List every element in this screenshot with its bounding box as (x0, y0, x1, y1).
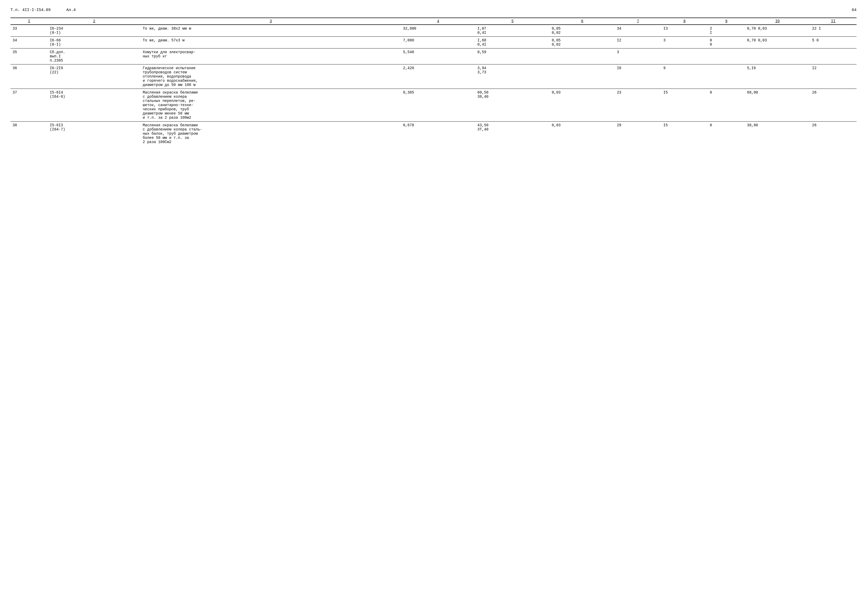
row-col9: 0 (708, 122, 745, 146)
row-code: I5-6I3 (I64-7) (48, 122, 141, 146)
row-quantity: 0,385 (401, 89, 475, 122)
row-col6: 0,03 (550, 89, 615, 122)
col-header-3: 3 (141, 18, 401, 25)
row-col8: I3 (661, 25, 708, 37)
row-col10: 0,70 0,03 (745, 37, 810, 49)
col-header-4: 4 (401, 18, 475, 25)
row-description: То же, диам. 57х3 м (141, 37, 401, 49)
row-col9 (708, 64, 745, 89)
row-col7: I0 (615, 64, 661, 89)
table-row: 36I6-2I9 (22)Гидравлическое испытание тр… (11, 64, 856, 89)
row-col11: 22 I (810, 25, 856, 37)
row-number: 33 (11, 25, 48, 37)
row-quantity: 5,540 (401, 49, 475, 64)
page-number: 64 (852, 8, 856, 12)
row-number: 34 (11, 37, 48, 49)
row-number: 37 (11, 89, 48, 122)
row-description: Гидравлическое испытание трубопроводов с… (141, 64, 401, 89)
col-header-11: II (810, 18, 856, 25)
row-col7: 34 (615, 25, 661, 37)
row-col9: 0 0 (708, 37, 745, 49)
table-header-row: I 2 3 4 5 6 7 8 9 IO II (11, 18, 856, 25)
row-code: I6-234 (8-I) (48, 25, 141, 37)
table-row: 37I5-6I4 (I64-8)Масляная окраска белилам… (11, 89, 856, 122)
page-header: Т.п. 4II-I-I54.89 Ал.4 64 (11, 8, 856, 12)
row-description: Масляная окраска белилами с добавлением … (141, 89, 401, 122)
sheet-label: Ал.4 (66, 8, 76, 12)
col-header-6: 6 (550, 18, 615, 25)
row-col10: 5,I6 (745, 64, 810, 89)
row-col8: I5 (661, 89, 708, 122)
row-col7: 29 (615, 122, 661, 146)
row-col6 (550, 49, 615, 64)
main-table: I 2 3 4 5 6 7 8 9 IO II 33I6-234 (8-I)То… (11, 17, 856, 146)
row-quantity: 0,678 (401, 122, 475, 146)
table-row: 33I6-234 (8-I)То же, диам. 38х2 мм м32,0… (11, 25, 856, 37)
row-col10 (745, 49, 810, 64)
row-col9 (708, 49, 745, 64)
col-header-9: 9 (708, 18, 745, 25)
table-row: 34I6-66 (8-I)То же, диам. 57х3 м7,000I,6… (11, 37, 856, 49)
row-col10: 38,80 (745, 122, 810, 146)
row-col8: I5 (661, 122, 708, 146)
row-col10: 68,00 (745, 89, 810, 122)
row-code: I6-2I9 (22) (48, 64, 141, 89)
row-col11: 26 (810, 122, 856, 146)
row-col8: 9 (661, 64, 708, 89)
row-unit: 100м2 (180, 116, 191, 120)
row-col7: I2 (615, 37, 661, 49)
row-code: I5-6I4 (I64-8) (48, 89, 141, 122)
row-col9: 2 I (708, 25, 745, 37)
row-unit: м (189, 27, 191, 31)
row-col9: 0 (708, 89, 745, 122)
col-header-7: 7 (615, 18, 661, 25)
row-col5: 3,94 3,73 (475, 64, 550, 89)
row-unit: 100См2 (158, 140, 171, 144)
row-quantity: 32,000 (401, 25, 475, 37)
row-col6: 0,05 0,02 (550, 37, 615, 49)
row-col8: 3 (661, 37, 708, 49)
col-header-10: IO (745, 18, 810, 25)
row-code: Сб.доп. вып.I п.2305 (48, 49, 141, 64)
row-number: 35 (11, 49, 48, 64)
row-col7: 23 (615, 89, 661, 122)
row-quantity: 2,420 (401, 64, 475, 89)
row-col11 (810, 49, 856, 64)
row-col8 (661, 49, 708, 64)
row-description: Масляная окраска белилами с добавлением … (141, 122, 401, 146)
table-row: 38I5-6I3 (I64-7)Масляная окраска белилам… (11, 122, 856, 146)
row-col5: I,68 0,4I (475, 37, 550, 49)
row-unit: кг (162, 54, 167, 58)
row-col5: 43,50 3T,40 (475, 122, 550, 146)
col-header-8: 8 (661, 18, 708, 25)
row-unit: 100 м (184, 83, 195, 87)
table-body: 33I6-234 (8-I)То же, диам. 38х2 мм м32,0… (11, 25, 856, 146)
row-code: I6-66 (8-I) (48, 37, 141, 49)
row-description: То же, диам. 38х2 мм м (141, 25, 401, 37)
row-col11: 26 (810, 89, 856, 122)
row-col5: I,07 0,4I (475, 25, 550, 37)
row-unit: м (183, 38, 184, 42)
col-header-1: I (11, 18, 48, 25)
col-header-5: 5 (475, 18, 550, 25)
row-col6: 0,05 0,02 (550, 25, 615, 37)
row-number: 38 (11, 122, 48, 146)
row-col11: I2 (810, 64, 856, 89)
row-description: Хомутки для электросвар- ных труб кг (141, 49, 401, 64)
document-id: Т.п. 4II-I-I54.89 (11, 8, 50, 12)
row-quantity: 7,000 (401, 37, 475, 49)
table-row: 35Сб.доп. вып.I п.2305Хомутки для электр… (11, 49, 856, 64)
row-col6: 0,03 (550, 122, 615, 146)
row-col5: 60,50 38,40 (475, 89, 550, 122)
row-col6 (550, 64, 615, 89)
row-number: 36 (11, 64, 48, 89)
row-col11: 5 0 (810, 37, 856, 49)
col-header-2: 2 (48, 18, 141, 25)
row-col7: 3 (615, 49, 661, 64)
row-col10: 0,70 0,03 (745, 25, 810, 37)
row-col5: 0,59 (475, 49, 550, 64)
